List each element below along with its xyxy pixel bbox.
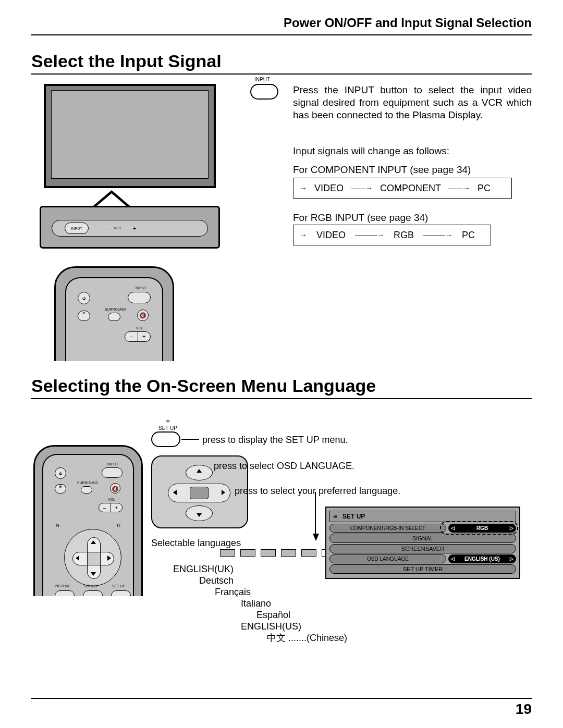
step2-text: press to select OSD LANGUAGE. <box>214 461 354 472</box>
remote2-picture-label: PICTURE <box>55 584 71 588</box>
remote2-setup-label: SET UP <box>112 584 125 588</box>
remote-surround-label: SURROUND <box>97 307 133 311</box>
remote2-picture-btn <box>55 590 75 596</box>
cycle-rgb: →VIDEO ———→RGB ———→PC <box>293 225 491 245</box>
panel-input-button: INPUT <box>65 223 89 234</box>
setup-button-icon <box>151 431 180 447</box>
remote2-n-label: N <box>56 523 59 528</box>
osd-row-component: COMPONENT/RGB-IN SELECT <box>329 524 446 533</box>
selectable-languages-title: Selectable languages <box>151 538 241 549</box>
osd-setup-menu: SET UP COMPONENT/RGB-IN SELECT RGB SIGNA… <box>325 507 520 579</box>
remote2-power: ⏻ <box>55 467 66 479</box>
input-pill-label: INPUT <box>254 77 270 82</box>
remote2-surround <box>81 486 92 493</box>
osd-row-screensaver: SCREENSAVER <box>329 544 516 553</box>
remote-power-button: ⏻ <box>78 292 90 304</box>
language-list: ENGLISH(UK) Deutsch Français Italiano Es… <box>173 564 347 644</box>
osd-row-language-val: ENGLISH (US) <box>448 554 516 563</box>
osd-row-signal: SIGNAL <box>329 534 516 543</box>
remote-vol-label: VOL <box>136 326 143 330</box>
panel-vol-minus: – <box>108 226 112 231</box>
panel-vol-plus: + <box>133 226 136 231</box>
section1-title: Select the Input Signal <box>31 51 532 75</box>
page-number: 19 <box>516 701 532 718</box>
section1-desc3: For COMPONENT INPUT (see page 34) <box>293 164 471 176</box>
panel-vol-label: VOL <box>114 226 122 230</box>
cycle-component: →VIDEO ——→COMPONENT ——→PC <box>293 178 512 199</box>
remote2-input-label: INPUT <box>107 462 118 466</box>
section1-description: Press the INPUT button to select the inp… <box>293 84 532 121</box>
remote-aspect-button: ⊕ <box>78 311 90 321</box>
step1-text: press to display the SET UP menu. <box>202 435 348 446</box>
remote2-sound-label: SOUND <box>84 584 97 588</box>
remote-surround-button <box>108 313 120 321</box>
osd-title: SET UP <box>342 513 365 520</box>
menu-icon <box>333 512 339 521</box>
plasma-display-diagram <box>44 84 216 188</box>
remote-input-button <box>128 292 151 303</box>
remote2-aspect: ⊕ <box>55 484 66 493</box>
step3-text: press to select your preferred language. <box>235 486 400 497</box>
remote2-vol: –+ <box>99 503 123 512</box>
remote-diagram-top: ⏻ INPUT ⊕ SURROUND 🔇 VOL –+ <box>44 266 185 361</box>
osd-row-component-val: RGB <box>448 524 516 533</box>
input-pill-icon <box>250 84 278 100</box>
osd-row-timer: SET UP TIMER <box>329 564 516 574</box>
remote2-r-label: R <box>117 523 121 528</box>
header-title: Power ON/OFF and Input Signal Selection <box>31 16 532 35</box>
remote-mute-button: 🔇 <box>137 310 149 321</box>
section1-desc2: Input signals will change as follows: <box>293 145 449 157</box>
remote2-mute: 🔇 <box>110 483 120 493</box>
remote2-surround-label: SURROUND <box>71 481 104 485</box>
setup-icon-label: ≡ SET UP <box>158 418 177 431</box>
remote-diagram-full: ⏻ INPUT ⊕ SURROUND 🔇 VOL –+ N R <box>26 445 149 596</box>
remote-input-label: INPUT <box>136 286 146 290</box>
remote2-setup-btn <box>111 590 131 596</box>
remote2-vol-label: VOL <box>108 498 115 501</box>
remote2-dpad <box>64 529 121 586</box>
front-panel-diagram: INPUT – VOL + <box>40 206 220 249</box>
section2-title: Selecting the On-Screen Menu Language <box>31 376 532 399</box>
callout-triangle <box>91 190 132 208</box>
remote-vol-buttons: –+ <box>125 331 151 342</box>
remote2-sound-btn <box>83 590 103 596</box>
osd-row-language: OSD LANGUAGE <box>329 554 446 563</box>
remote2-input <box>102 467 123 478</box>
section1-desc4: For RGB INPUT (see page 34) <box>293 212 428 224</box>
